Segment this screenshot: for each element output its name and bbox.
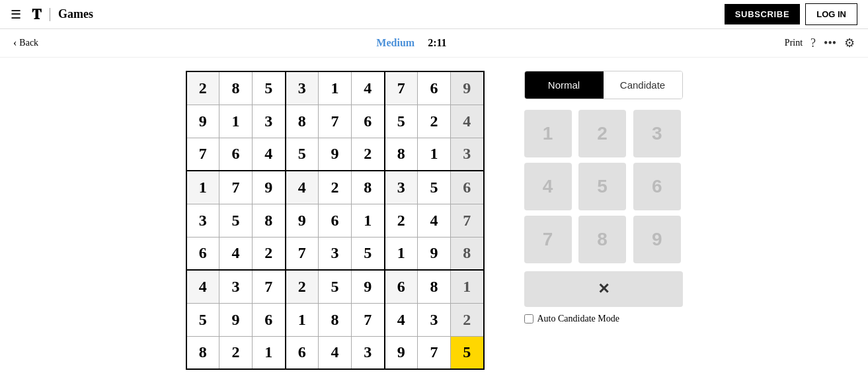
- help-icon[interactable]: ?: [810, 36, 816, 50]
- table-row[interactable]: 4: [186, 270, 219, 303]
- table-row[interactable]: 5: [253, 71, 286, 105]
- table-row[interactable]: 8: [418, 270, 451, 303]
- table-row[interactable]: 6: [385, 270, 418, 303]
- table-row[interactable]: 9: [253, 171, 286, 204]
- table-row[interactable]: 3: [385, 171, 418, 204]
- table-row[interactable]: 4: [219, 237, 253, 270]
- numpad-2-button[interactable]: 2: [578, 110, 626, 157]
- table-row[interactable]: 5: [451, 336, 484, 369]
- table-row[interactable]: 9: [352, 270, 385, 303]
- table-row[interactable]: 8: [219, 71, 253, 105]
- table-row[interactable]: 2: [253, 237, 286, 270]
- back-link[interactable]: ‹ Back: [13, 37, 38, 49]
- table-row[interactable]: 4: [319, 336, 352, 369]
- numpad-5-button[interactable]: 5: [578, 163, 626, 210]
- table-row[interactable]: 5: [352, 237, 385, 270]
- login-button[interactable]: LOG IN: [805, 3, 857, 25]
- table-row[interactable]: 4: [418, 204, 451, 237]
- table-row[interactable]: 3: [286, 71, 319, 105]
- numpad-9-button[interactable]: 9: [633, 216, 681, 263]
- table-row[interactable]: 5: [385, 105, 418, 138]
- table-row[interactable]: 3: [186, 204, 219, 237]
- table-row[interactable]: 9: [186, 105, 219, 138]
- table-row[interactable]: 2: [352, 138, 385, 171]
- normal-mode-button[interactable]: Normal: [525, 71, 604, 99]
- table-row[interactable]: 4: [286, 171, 319, 204]
- table-row[interactable]: 3: [319, 237, 352, 270]
- table-row[interactable]: 9: [319, 138, 352, 171]
- table-row[interactable]: 8: [352, 171, 385, 204]
- table-row[interactable]: 1: [253, 336, 286, 369]
- table-row[interactable]: 1: [451, 270, 484, 303]
- table-row[interactable]: 1: [352, 204, 385, 237]
- table-row[interactable]: 5: [319, 270, 352, 303]
- table-row[interactable]: 7: [286, 237, 319, 270]
- table-row[interactable]: 1: [319, 71, 352, 105]
- auto-candidate-label[interactable]: Auto Candidate Mode: [524, 314, 683, 324]
- table-row[interactable]: 2: [451, 303, 484, 336]
- table-row[interactable]: 7: [186, 138, 219, 171]
- table-row[interactable]: 4: [352, 71, 385, 105]
- table-row[interactable]: 9: [385, 336, 418, 369]
- table-row[interactable]: 9: [286, 204, 319, 237]
- table-row[interactable]: 3: [418, 303, 451, 336]
- subscribe-button[interactable]: SUBSCRIBE: [725, 4, 800, 24]
- table-row[interactable]: 3: [451, 138, 484, 171]
- table-row[interactable]: 1: [385, 237, 418, 270]
- table-row[interactable]: 6: [219, 138, 253, 171]
- table-row[interactable]: 7: [219, 171, 253, 204]
- hamburger-icon[interactable]: ☰: [11, 7, 21, 22]
- table-row[interactable]: 2: [385, 204, 418, 237]
- table-row[interactable]: 2: [418, 105, 451, 138]
- numpad-7-button[interactable]: 7: [524, 216, 572, 263]
- table-row[interactable]: 5: [418, 171, 451, 204]
- table-row[interactable]: 8: [451, 237, 484, 270]
- table-row[interactable]: 8: [319, 303, 352, 336]
- numpad-4-button[interactable]: 4: [524, 163, 572, 210]
- table-row[interactable]: 6: [319, 204, 352, 237]
- table-row[interactable]: 6: [186, 237, 219, 270]
- table-row[interactable]: 1: [219, 105, 253, 138]
- numpad-8-button[interactable]: 8: [578, 216, 626, 263]
- table-row[interactable]: 8: [385, 138, 418, 171]
- table-row[interactable]: 7: [253, 270, 286, 303]
- table-row[interactable]: 3: [253, 105, 286, 138]
- table-row[interactable]: 6: [352, 105, 385, 138]
- table-row[interactable]: 9: [451, 71, 484, 105]
- table-row[interactable]: 2: [319, 171, 352, 204]
- table-row[interactable]: 1: [186, 171, 219, 204]
- print-link[interactable]: Print: [785, 38, 803, 48]
- table-row[interactable]: 4: [385, 303, 418, 336]
- table-row[interactable]: 4: [253, 138, 286, 171]
- table-row[interactable]: 1: [286, 303, 319, 336]
- auto-candidate-checkbox[interactable]: [524, 314, 533, 324]
- table-row[interactable]: 5: [186, 303, 219, 336]
- table-row[interactable]: 7: [418, 336, 451, 369]
- table-row[interactable]: 8: [286, 105, 319, 138]
- table-row[interactable]: 6: [286, 336, 319, 369]
- table-row[interactable]: 9: [219, 303, 253, 336]
- table-row[interactable]: 2: [186, 71, 219, 105]
- table-row[interactable]: 3: [352, 336, 385, 369]
- table-row[interactable]: 6: [253, 303, 286, 336]
- erase-button[interactable]: ✕: [524, 271, 683, 307]
- settings-icon[interactable]: ⚙: [844, 36, 855, 50]
- table-row[interactable]: 8: [253, 204, 286, 237]
- table-row[interactable]: 9: [418, 237, 451, 270]
- table-row[interactable]: 7: [352, 303, 385, 336]
- table-row[interactable]: 6: [451, 171, 484, 204]
- candidate-mode-button[interactable]: Candidate: [604, 71, 682, 99]
- table-row[interactable]: 4: [451, 105, 484, 138]
- table-row[interactable]: 5: [286, 138, 319, 171]
- table-row[interactable]: 5: [219, 204, 253, 237]
- table-row[interactable]: 2: [286, 270, 319, 303]
- numpad-6-button[interactable]: 6: [633, 163, 681, 210]
- table-row[interactable]: 7: [451, 204, 484, 237]
- table-row[interactable]: 1: [418, 138, 451, 171]
- table-row[interactable]: 7: [319, 105, 352, 138]
- table-row[interactable]: 7: [385, 71, 418, 105]
- numpad-1-button[interactable]: 1: [524, 110, 572, 157]
- more-icon[interactable]: •••: [824, 36, 836, 50]
- numpad-3-button[interactable]: 3: [633, 110, 681, 157]
- table-row[interactable]: 2: [219, 336, 253, 369]
